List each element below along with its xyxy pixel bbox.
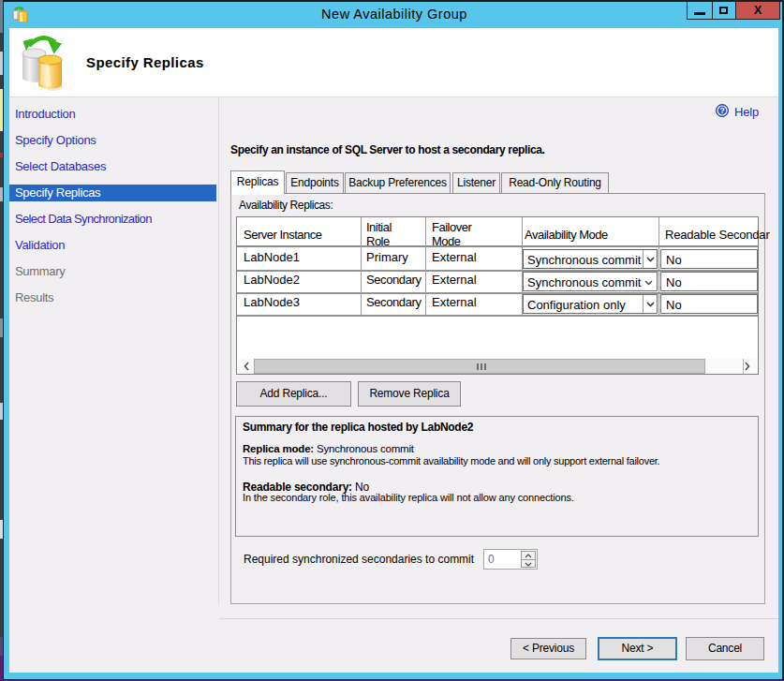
svg-text:?: ?	[719, 106, 724, 115]
